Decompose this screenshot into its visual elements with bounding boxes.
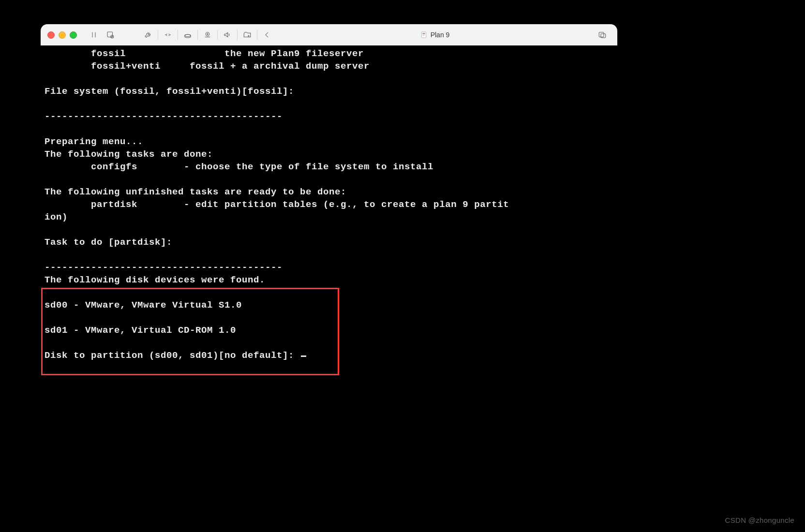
disk-icon[interactable]	[179, 28, 196, 42]
separator	[197, 30, 198, 40]
svg-rect-8	[422, 35, 424, 36]
toolbar-left	[86, 28, 119, 42]
resize-icon[interactable]	[160, 28, 176, 42]
window-title-text: Plan 9	[431, 31, 450, 39]
terminal-line: configfs - choose the type of file syste…	[45, 162, 433, 172]
terminal-line: File system (fossil, fossil+venti)[fossi…	[45, 86, 294, 97]
svg-point-2	[185, 34, 191, 37]
close-button[interactable]	[47, 31, 55, 39]
terminal-line: fossil the new Plan9 fileserver	[45, 48, 364, 59]
separator	[257, 30, 257, 40]
terminal-line: sd00 - VMware, VMware Virtual S1.0	[45, 300, 242, 310]
separator	[237, 30, 238, 40]
svg-rect-9	[599, 32, 604, 37]
volume-icon[interactable]	[219, 28, 236, 42]
svg-point-4	[207, 33, 208, 34]
window-title: Plan 9	[279, 31, 590, 39]
terminal-line: fossil+venti fossil + a archival dump se…	[45, 61, 370, 72]
svg-rect-0	[107, 32, 113, 37]
document-icon	[420, 31, 428, 39]
terminal-line: ----------------------------------------…	[45, 262, 283, 273]
snapshot-icon[interactable]	[102, 28, 119, 42]
separator	[158, 30, 158, 40]
titlebar: Plan 9	[41, 24, 617, 46]
terminal-line: partdisk - edit partition tables (e.g., …	[45, 199, 509, 210]
terminal-line: sd01 - VMware, Virtual CD-ROM 1.0	[45, 325, 236, 336]
svg-rect-7	[422, 34, 425, 35]
separator	[217, 30, 218, 40]
terminal-line: The following unfinished tasks are ready…	[45, 187, 346, 197]
svg-point-3	[206, 32, 209, 36]
vm-window: Plan 9 fossil the new Plan9 fileserver f…	[41, 24, 617, 392]
back-icon[interactable]	[259, 28, 275, 42]
zoom-button[interactable]	[70, 31, 77, 39]
toolbar-mid	[140, 28, 275, 42]
panels-icon[interactable]	[594, 28, 611, 42]
cursor	[301, 355, 306, 357]
terminal[interactable]: fossil the new Plan9 fileserver fossil+v…	[41, 45, 617, 392]
terminal-line: Preparing menu...	[45, 136, 143, 147]
separator	[178, 30, 178, 40]
stage: Plan 9 fossil the new Plan9 fileserver f…	[0, 0, 805, 532]
watermark: CSDN @zhonguncle	[725, 516, 794, 524]
traffic-lights	[47, 31, 77, 39]
terminal-line: The following disk devices were found.	[45, 275, 265, 285]
terminal-line: Task to do [partdisk]:	[45, 237, 172, 248]
pause-icon[interactable]	[86, 28, 102, 42]
wrench-icon[interactable]	[140, 28, 156, 42]
terminal-line: Disk to partition (sd00, sd01)[no defaul…	[45, 350, 300, 361]
svg-rect-6	[422, 33, 425, 34]
terminal-line: ion)	[45, 212, 68, 222]
terminal-line: ----------------------------------------…	[45, 111, 283, 122]
shared-folder-icon[interactable]	[239, 28, 255, 42]
cdrom-icon[interactable]	[199, 28, 216, 42]
minimize-button[interactable]	[59, 31, 66, 39]
terminal-line: The following tasks are done:	[45, 149, 213, 160]
